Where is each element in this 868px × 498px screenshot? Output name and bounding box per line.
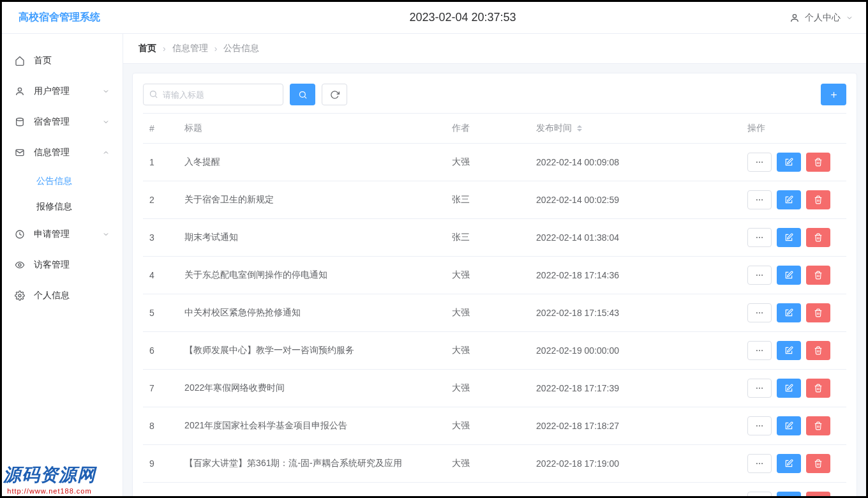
menu-info-mgmt-label: 信息管理: [34, 147, 70, 158]
menu-apply-mgmt-label: 申请管理: [34, 229, 70, 240]
search-icon: [298, 90, 308, 100]
row-edit-button[interactable]: [777, 492, 801, 498]
th-action: 操作: [741, 114, 846, 144]
table-row: 1入冬提醒大强2022-02-14 00:09:08: [143, 144, 846, 181]
svg-point-26: [759, 312, 760, 313]
cell-actions: [741, 445, 846, 483]
breadcrumb-home[interactable]: 首页: [138, 43, 156, 54]
svg-point-21: [761, 237, 763, 238]
cell-title: 期末考试通知: [178, 219, 445, 257]
row-edit-button[interactable]: [777, 190, 801, 209]
submenu-announcement[interactable]: 公告信息: [2, 168, 123, 193]
menu-info-mgmt[interactable]: 信息管理: [2, 137, 123, 168]
table-row: 72022年寒假网络收费时间大强2022-02-18 17:17:39: [143, 370, 846, 407]
row-delete-button[interactable]: [806, 303, 830, 322]
svg-line-8: [155, 96, 157, 98]
breadcrumb-sep: ›: [163, 43, 166, 54]
row-edit-button[interactable]: [777, 266, 801, 285]
menu-dorm-mgmt[interactable]: 宿舍管理: [2, 107, 123, 137]
cell-time: 2022-02-18 17:19:21: [530, 483, 741, 499]
row-more-button[interactable]: [747, 416, 772, 435]
row-more-button[interactable]: [747, 379, 772, 398]
submenu-repair[interactable]: 报修信息: [2, 193, 123, 219]
th-title: 标题: [178, 114, 445, 144]
menu-home[interactable]: 首页: [2, 45, 123, 76]
row-more-button[interactable]: [747, 454, 772, 473]
more-icon: [755, 271, 764, 280]
row-delete-button[interactable]: [806, 153, 830, 172]
cell-title: 关于东总配电室倒闸操作的停电通知: [178, 257, 445, 294]
cell-time: 2022-02-18 17:17:39: [530, 370, 741, 407]
menu-dorm-mgmt-label: 宿舍管理: [34, 116, 70, 128]
th-publish[interactable]: 发布时间: [530, 114, 741, 144]
svg-point-30: [761, 350, 763, 351]
sort-icon[interactable]: [577, 125, 582, 132]
svg-point-33: [761, 388, 763, 389]
cell-index: 9: [143, 445, 178, 483]
row-more-button[interactable]: [747, 492, 772, 498]
row-delete-button[interactable]: [806, 266, 830, 285]
row-delete-button[interactable]: [806, 379, 830, 398]
row-delete-button[interactable]: [806, 454, 830, 473]
svg-point-34: [756, 425, 758, 426]
row-more-button[interactable]: [747, 153, 772, 172]
svg-point-0: [793, 14, 796, 17]
cell-author: 大强: [445, 294, 530, 332]
row-edit-button[interactable]: [777, 303, 801, 322]
row-edit-button[interactable]: [777, 379, 801, 398]
row-delete-button[interactable]: [806, 228, 830, 247]
svg-point-27: [761, 312, 763, 313]
svg-point-38: [759, 463, 760, 464]
breadcrumb-info[interactable]: 信息管理: [172, 43, 208, 54]
row-more-button[interactable]: [747, 341, 772, 360]
cell-author: 大强: [445, 144, 530, 181]
breadcrumb-sep: ›: [214, 43, 218, 54]
search-input-wrap: [143, 84, 283, 105]
cell-author: 大强: [445, 370, 530, 407]
menu-visitor-mgmt[interactable]: 访客管理: [2, 250, 123, 280]
content-panel: # 标题 作者 发布时间 操作 1入冬提醒大强2022-02-14 00:09:…: [132, 73, 857, 498]
row-delete-button[interactable]: [806, 190, 830, 209]
sidebar: 首页 用户管理 宿舍管理 信息管理: [2, 34, 123, 496]
svg-point-16: [756, 199, 758, 200]
row-edit-button[interactable]: [777, 153, 801, 172]
more-icon: [755, 195, 764, 204]
row-edit-button[interactable]: [777, 341, 801, 360]
search-button[interactable]: [290, 84, 315, 105]
row-edit-button[interactable]: [777, 228, 801, 247]
menu-apply-mgmt[interactable]: 申请管理: [2, 219, 123, 250]
user-menu[interactable]: 个人中心: [789, 12, 853, 24]
svg-point-19: [756, 237, 758, 238]
row-more-button[interactable]: [747, 228, 772, 247]
chevron-down-icon: [846, 14, 853, 22]
trash-icon: [814, 308, 823, 317]
menu-profile[interactable]: 个人信息: [2, 280, 123, 311]
row-delete-button[interactable]: [806, 416, 830, 435]
cell-actions: [741, 144, 846, 181]
row-delete-button[interactable]: [806, 341, 830, 360]
cell-time: 2022-02-14 00:02:59: [530, 181, 741, 219]
cell-author: 张三: [445, 181, 530, 219]
cell-actions: [741, 219, 846, 257]
cell-time: 2022-02-19 00:00:00: [530, 332, 741, 370]
row-edit-button[interactable]: [777, 416, 801, 435]
trash-icon: [814, 271, 823, 280]
svg-point-23: [759, 275, 760, 276]
cell-actions: [741, 181, 846, 219]
row-delete-button[interactable]: [806, 492, 830, 498]
row-more-button[interactable]: [747, 266, 772, 285]
more-icon: [755, 421, 764, 430]
row-more-button[interactable]: [747, 190, 772, 209]
row-edit-button[interactable]: [777, 454, 801, 473]
cell-author: 大强: [445, 445, 530, 483]
cell-actions: [741, 294, 846, 332]
announcement-table: # 标题 作者 发布时间 操作 1入冬提醒大强2022-02-14 00:09:…: [143, 113, 846, 498]
header-bar: 高校宿舍管理系统 2023-02-04 20:37:53 个人中心: [2, 2, 866, 34]
refresh-button[interactable]: [322, 84, 347, 105]
row-more-button[interactable]: [747, 303, 772, 322]
menu-user-mgmt[interactable]: 用户管理: [2, 76, 123, 107]
search-input[interactable]: [143, 84, 283, 105]
add-button[interactable]: [821, 84, 846, 105]
table-row: 9【百家大讲堂】第361期：流-固-声耦合系统研究及应用大强2022-02-18…: [143, 445, 846, 483]
cell-index: 8: [143, 407, 178, 445]
